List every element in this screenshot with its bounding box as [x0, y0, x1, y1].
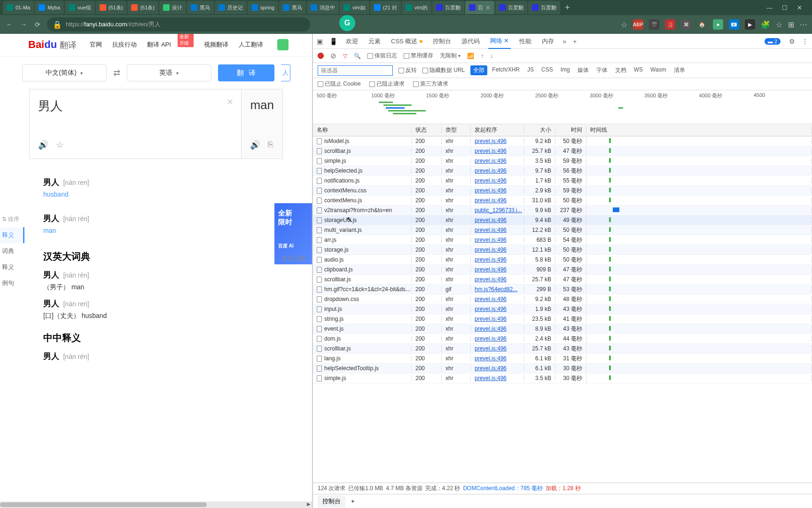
network-request-row[interactable]: contextMenu.js 200 xhr prevel.js:496 31.… [313, 196, 812, 206]
target-language-select[interactable]: 英语▾ [127, 64, 211, 81]
col-size[interactable]: 大小 [524, 126, 555, 134]
devtools-menu-icon[interactable]: ⋮ [802, 38, 808, 45]
initiator-link[interactable]: prevel.js:496 [475, 256, 507, 263]
network-request-row[interactable]: isModel.js 200 xhr prevel.js:496 9.2 kB … [313, 136, 812, 146]
copy-icon[interactable]: ⎘ [268, 140, 273, 150]
browser-tab[interactable]: 消息中 [307, 1, 339, 14]
browser-tab[interactable]: 百✕ [465, 1, 494, 14]
initiator-link[interactable]: prevel.js:496 [475, 296, 507, 302]
drawer-add-icon[interactable]: + [351, 498, 355, 505]
initiator-link[interactable]: prevel.js:496 [475, 316, 507, 322]
feedback-button[interactable]: 意见 反馈 [281, 255, 305, 262]
network-request-row[interactable]: multi_variant.js 200 xhr prevel.js:496 1… [313, 225, 812, 235]
side-tab[interactable]: 词典 [0, 243, 24, 259]
browser-tab[interactable]: 历史记 [215, 1, 247, 14]
filter-type-pill[interactable]: JS [524, 65, 537, 75]
side-tab[interactable]: 释义 [0, 227, 24, 243]
ext-icon-6[interactable]: 📧 [729, 19, 739, 30]
window-minimize[interactable]: — [766, 4, 773, 11]
download-icon[interactable]: ↓ [490, 53, 493, 59]
nav-item[interactable]: 人工翻译 [239, 40, 263, 49]
side-tab[interactable]: 释义 [0, 259, 24, 275]
initiator-link[interactable]: prevel.js:496 [475, 197, 507, 204]
filter-type-pill[interactable]: 全部 [470, 65, 487, 75]
network-request-row[interactable]: string.js 200 xhr prevel.js:496 23.5 kB … [313, 314, 812, 324]
network-request-row[interactable]: scrollbar.js 200 xhr prevel.js:496 25.7 … [313, 275, 812, 285]
star-icon[interactable]: ☆ [56, 140, 63, 150]
reload-button[interactable]: ⟳ [33, 21, 42, 28]
filter-type-pill[interactable]: 字体 [593, 65, 610, 75]
horizontal-scrollbar[interactable]: ▶ [0, 501, 312, 508]
add-tab-icon[interactable]: + [573, 38, 577, 45]
filter-icon[interactable]: ▽ [343, 53, 347, 59]
initiator-link[interactable]: prevel.js:496 [475, 355, 507, 362]
devtools-tab[interactable]: CSS 概述 [389, 34, 424, 49]
initiator-link[interactable]: prevel.js:496 [475, 335, 507, 342]
collections-icon[interactable]: ⊞ [788, 20, 794, 29]
browser-tab[interactable]: vue组 [65, 1, 95, 14]
baidu-logo[interactable]: Baidu 翻译 [28, 39, 77, 51]
blocked-requests-checkbox[interactable]: 已阻止请求 [369, 80, 405, 88]
initiator-link[interactable]: prevel.js:496 [475, 375, 507, 381]
col-name[interactable]: 名称 [313, 126, 412, 134]
source-language-select[interactable]: 中文(简体)▾ [22, 64, 107, 81]
nav-item[interactable]: 抗疫行动 [112, 40, 137, 49]
network-request-row[interactable]: simple.js 200 xhr prevel.js:496 3.5 kB 3… [313, 373, 812, 383]
invert-checkbox[interactable]: 反转 [398, 66, 417, 74]
nav-item[interactable]: 同传全新升级 [181, 40, 194, 49]
initiator-link[interactable]: prevel.js:496 [475, 345, 507, 352]
filter-input[interactable] [318, 65, 393, 76]
network-timeline[interactable]: 500 毫秒1000 毫秒1500 毫秒2000 毫秒2500 毫秒3000 毫… [313, 90, 812, 124]
browser-tab[interactable]: (51条) [96, 1, 127, 14]
network-request-row[interactable]: hm.gif?cc=1&ck=1&cl=24-bit&ds... 200 gif… [313, 285, 812, 294]
network-request-row[interactable]: lang.js 200 xhr prevel.js:496 6.1 kB 31 … [313, 354, 812, 364]
filter-type-pill[interactable]: CSS [539, 65, 556, 75]
nav-item[interactable]: 翻译 API [147, 40, 171, 49]
third-party-checkbox[interactable]: 第三方请求 [413, 80, 448, 88]
swap-languages-button[interactable]: ⇄ [113, 68, 120, 78]
browser-tab[interactable]: 百度翻 [495, 1, 527, 14]
col-status[interactable]: 状态 [412, 126, 442, 134]
browser-tab[interactable]: spring [248, 1, 278, 14]
browser-tab[interactable]: vim如 [340, 1, 369, 14]
throttle-select[interactable]: 无限制 ▾ [440, 52, 461, 60]
more-tabs-icon[interactable]: » [562, 38, 566, 45]
devtools-tab[interactable]: 欢迎 [344, 34, 360, 49]
network-request-row[interactable]: dom.js 200 xhr prevel.js:496 2.4 kB 44 毫… [313, 334, 812, 344]
window-close[interactable]: ✕ [797, 4, 802, 11]
preserve-log-checkbox[interactable]: 保留日志 [367, 52, 397, 60]
filter-type-pill[interactable]: Fetch/XHR [489, 65, 523, 75]
favorites-icon[interactable]: ☆ [776, 20, 782, 29]
browser-tab[interactable]: 百度翻 [432, 1, 464, 14]
new-tab-button[interactable]: + [561, 3, 574, 13]
browser-tab[interactable]: 01-Ma [3, 1, 34, 14]
devtools-tab[interactable]: 性能 [517, 34, 533, 49]
browser-tab[interactable]: 黑马 [187, 1, 214, 14]
filter-type-pill[interactable]: 清单 [671, 65, 688, 75]
col-waterfall[interactable]: 时间线 [586, 126, 812, 134]
devtools-tab[interactable]: 控制台 [431, 34, 453, 49]
network-request-row[interactable]: helpSelectedTooltip.js 200 xhr prevel.js… [313, 364, 812, 373]
dict-definition-link[interactable]: husband [43, 190, 283, 198]
ext-icon-1[interactable]: 🎬 [649, 19, 659, 30]
devtools-tab[interactable]: 内存 [540, 34, 556, 49]
page-extension-icon[interactable] [277, 39, 289, 50]
browser-tab[interactable]: (21 封 [370, 1, 401, 14]
nav-item[interactable]: 官网 [90, 40, 102, 49]
initiator-link[interactable]: prevel.js:496 [475, 365, 507, 372]
abp-icon[interactable]: ABP [633, 19, 643, 30]
initiator-link[interactable]: prevel.js:496 [475, 167, 507, 174]
devtools-tab[interactable]: 元素 [367, 34, 383, 49]
col-type[interactable]: 类型 [442, 126, 471, 134]
filter-type-pill[interactable]: Img [558, 65, 573, 75]
network-request-row[interactable]: helpSelected.js 200 xhr prevel.js:496 9.… [313, 166, 812, 176]
network-request-row[interactable]: input.js 200 xhr prevel.js:496 1.9 kB 43… [313, 304, 812, 314]
ext-icon-7[interactable]: ▶ [745, 19, 755, 30]
back-button[interactable]: ← [5, 21, 14, 28]
col-time[interactable]: 时间 [555, 126, 586, 134]
filter-type-pill[interactable]: Wasm [648, 65, 669, 75]
record-button[interactable] [318, 53, 324, 59]
gear-icon[interactable]: ⚙ [789, 38, 795, 45]
initiator-link[interactable]: prevel.js:496 [475, 246, 507, 253]
devtools-tab[interactable]: 网络 ✕ [488, 34, 511, 49]
